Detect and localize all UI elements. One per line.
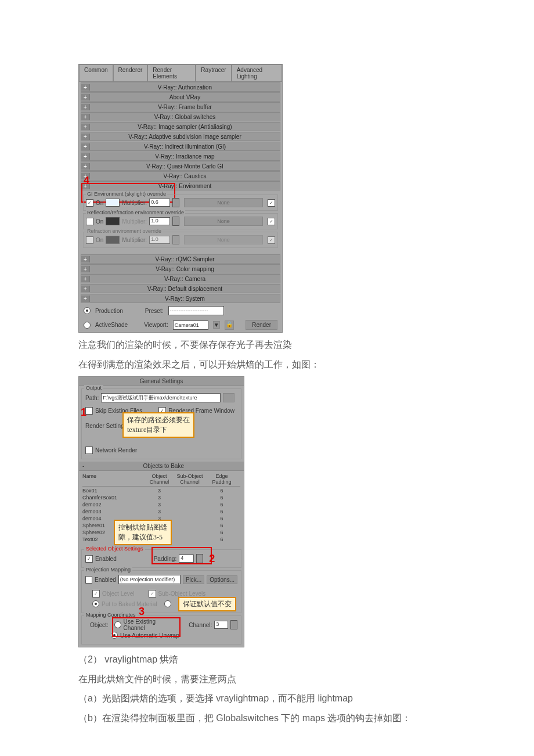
proj-modifier-combo[interactable]: (No Projection Modifier) <box>118 575 181 584</box>
callout-padding: 控制烘焙贴图缝 隙，建议值3-5 <box>114 520 172 545</box>
rollout-system[interactable]: +V-Ray:: System <box>81 294 280 303</box>
production-radio[interactable] <box>84 307 91 314</box>
tab-raytracer[interactable]: Raytracer <box>196 64 231 81</box>
expand-icon: + <box>81 84 90 91</box>
rollout-camera[interactable]: +V-Ray:: Camera <box>81 274 280 283</box>
render-to-texture-panel: General Settings Output Path: F:\vgs测试版试… <box>78 376 244 647</box>
channel-input[interactable]: 3 <box>214 621 228 629</box>
rollout-image-sampler[interactable]: +V-Ray:: Image sampler (Antialiasing) <box>81 122 280 131</box>
callout-default: 保证默认值不变 <box>178 597 236 611</box>
browse-button[interactable] <box>223 393 234 402</box>
tab-common[interactable]: Common <box>79 64 113 81</box>
gi-color-swatch[interactable] <box>106 199 120 207</box>
body-text-3: （2） vraylightmap 烘焙 <box>78 652 534 667</box>
body-text-5: （a）光贴图烘焙的选项，要选择 vraylightmap，而不能用 lightm… <box>78 691 534 706</box>
rollout-global-switches[interactable]: +V-Ray:: Global switches <box>81 112 280 121</box>
rollout-gi[interactable]: +V-Ray:: Indirect illumination (GI) <box>81 142 280 151</box>
lock-icon[interactable]: 🔒 <box>225 321 234 330</box>
expand-icon: + <box>81 94 90 100</box>
table-row[interactable]: demo0236 <box>82 502 240 509</box>
selected-object-section: Selected Object Settings ✓ Enabled Paddi… <box>81 549 241 568</box>
gi-multiplier-input[interactable]: 0.6 <box>149 199 170 207</box>
network-render-label: Network Render <box>95 447 137 453</box>
general-settings-title: General Settings <box>79 377 244 386</box>
gi-override-group: GI Environment (skylight) override ✓ On … <box>83 195 278 211</box>
tab-render-elements[interactable]: Render Elements <box>147 64 196 81</box>
expand-icon: + <box>81 134 90 140</box>
spinner[interactable] <box>172 217 179 226</box>
rollout-irradiance[interactable]: +V-Ray:: Irradiance map <box>81 152 280 161</box>
body-text-2: 在得到满意的渲染效果之后，可以开始烘焙的工作，如图： <box>78 357 534 372</box>
collapse-icon: - <box>82 463 84 469</box>
annotation-1: 1 <box>81 406 86 419</box>
rollout-displacement[interactable]: +V-Ray:: Default displacement <box>81 284 280 293</box>
refl-multiplier-input[interactable]: 1.0 <box>149 217 170 225</box>
obj-level-label: Object Level <box>102 591 135 597</box>
objects-to-bake-title[interactable]: - Objects to Bake <box>79 462 244 471</box>
spinner <box>172 235 179 244</box>
refr-multiplier-input: 1.0 <box>149 236 170 244</box>
table-row[interactable]: Box0136 <box>82 488 240 495</box>
preset-combo[interactable]: ---------------------- <box>168 306 224 315</box>
body-text-1: 注意我们的渲染的时候，不要保存保存光子再去渲染 <box>78 337 534 352</box>
table-row[interactable]: ChamferBox0136 <box>82 495 240 502</box>
rollout-framebuffer[interactable]: +V-Ray:: Frame buffer <box>81 102 280 111</box>
callout-line: 隙，建议值3-5 <box>118 532 167 542</box>
refl-map-checkbox[interactable]: ✓ <box>268 218 275 225</box>
expand-icon: + <box>81 266 90 272</box>
render-button[interactable]: Render <box>246 320 277 330</box>
output-section: Output Path: F:\vgs测试版试用手册\max\demo\text… <box>81 388 241 459</box>
proj-enabled-checkbox[interactable] <box>85 576 92 584</box>
refl-color-swatch[interactable] <box>106 217 120 225</box>
spinner[interactable] <box>196 554 203 563</box>
gi-map-checkbox[interactable]: ✓ <box>268 199 275 207</box>
expand-icon: + <box>81 256 90 262</box>
multiplier-label: Multiplier: <box>122 200 147 206</box>
rollout-environment[interactable]: +V-Ray:: Environment <box>81 181 280 190</box>
rollout-qmc-gi[interactable]: +V-Ray:: Quasi-Monte Carlo GI <box>81 161 280 171</box>
selected-object-label: Selected Object Settings <box>84 546 145 552</box>
col-name: Name <box>82 473 146 485</box>
expand-icon: + <box>81 143 90 150</box>
refl-on-checkbox[interactable] <box>86 218 93 225</box>
rollout-rqmc[interactable]: +V-Ray:: rQMC Sampler <box>81 254 280 264</box>
sub-level-label: Sub-Object Levels <box>158 591 206 597</box>
path-input[interactable]: F:\vgs测试版试用手册\max\demo\texture <box>101 393 221 402</box>
proj-enabled-label: Enabled <box>95 577 116 583</box>
rollout-caustics[interactable]: +V-Ray:: Caustics <box>81 171 280 181</box>
obj-level-checkbox: ✓ <box>92 590 100 597</box>
pick-button[interactable]: Pick... <box>183 575 204 584</box>
enabled-checkbox[interactable]: ✓ <box>85 555 93 563</box>
body-text-4: 在用此烘焙文件的时候，需要注意两点 <box>78 672 534 687</box>
spinner[interactable] <box>172 198 179 207</box>
rollout-auth[interactable]: +V-Ray:: Authorization <box>81 82 280 92</box>
viewport-combo[interactable]: Camera01 <box>173 321 208 330</box>
tab-renderer[interactable]: Renderer <box>113 64 148 81</box>
gi-map-button[interactable]: None <box>184 198 263 207</box>
refl-map-button[interactable]: None <box>184 217 263 226</box>
refr-override-label: Refraction environment override <box>86 228 163 234</box>
put-baked-label: Put to Baked Material <box>102 601 157 607</box>
expand-icon: + <box>81 163 90 170</box>
dropdown-icon[interactable]: ▼ <box>213 321 220 329</box>
activeshade-radio[interactable] <box>84 322 91 329</box>
use-existing-radio[interactable] <box>114 621 121 628</box>
use-auto-radio[interactable] <box>111 632 118 639</box>
path-label: Path: <box>85 395 99 401</box>
put-baked-radio <box>92 600 99 607</box>
multiplier-label: Multiplier: <box>122 218 147 225</box>
viewport-label: Viewport: <box>144 322 168 328</box>
expand-icon: + <box>81 296 90 302</box>
options-button[interactable]: Options... <box>207 575 237 584</box>
rollout-about[interactable]: +About VRay <box>81 92 280 102</box>
network-render-checkbox[interactable] <box>85 447 93 454</box>
gi-on-checkbox[interactable]: ✓ <box>86 199 93 207</box>
padding-input[interactable]: 4 <box>179 555 194 563</box>
table-row[interactable]: demo0336 <box>82 509 240 516</box>
spinner[interactable] <box>230 620 237 629</box>
rollout-adaptive-subdiv[interactable]: +V-Ray:: Adaptive subdivision image samp… <box>81 132 280 141</box>
expand-icon: + <box>81 286 90 292</box>
tab-advanced-lighting[interactable]: Advanced Lighting <box>232 64 282 81</box>
output-label: Output <box>84 385 103 391</box>
rollout-color-mapping[interactable]: +V-Ray:: Color mapping <box>81 264 280 273</box>
